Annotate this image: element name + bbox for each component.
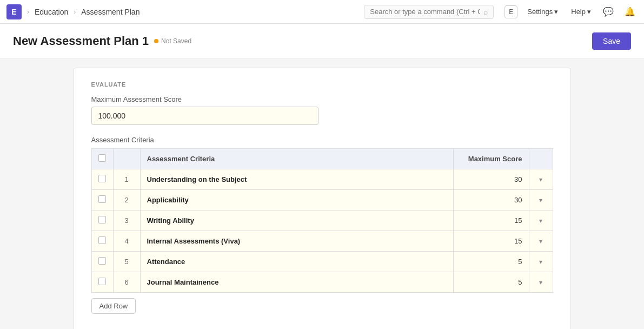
page-title: New Assessment Plan 1 Not Saved [13, 34, 191, 48]
search-input[interactable] [370, 8, 480, 16]
row-number: 6 [113, 272, 140, 293]
row-check-cell [91, 210, 113, 231]
add-row-button[interactable]: Add Row [91, 298, 136, 314]
row-action[interactable]: ▾ [529, 272, 553, 293]
row-action[interactable]: ▾ [529, 210, 553, 231]
table-row: 1 Understanding on the Subject 30 ▾ [91, 169, 553, 190]
header-action [529, 149, 553, 169]
save-button[interactable]: Save [592, 32, 631, 50]
row-action[interactable]: ▾ [529, 169, 553, 190]
row-criteria: Writing Ability [140, 210, 453, 231]
table-row: 4 Internal Assessments (Viva) 15 ▾ [91, 231, 553, 252]
row-criteria: Attendance [140, 252, 453, 272]
content-panel: EVALUATE Maximum Assessment Score Assess… [74, 68, 571, 329]
row-criteria: Journal Maintainence [140, 272, 453, 293]
breadcrumb-assessment-plan[interactable]: Assessment Plan [81, 8, 140, 16]
breadcrumb-education[interactable]: Education [35, 8, 68, 16]
row-check-cell [91, 169, 113, 190]
max-score-label: Maximum Assessment Score [91, 95, 553, 103]
row-criteria: Internal Assessments (Viva) [140, 231, 453, 252]
row-checkbox[interactable] [98, 195, 106, 203]
row-score: 15 [453, 231, 529, 252]
row-number: 4 [113, 231, 140, 252]
top-navigation: E › Education › Assessment Plan ⌕ E Sett… [0, 0, 644, 24]
help-button[interactable]: Help ▾ [568, 5, 594, 18]
table-row: 3 Writing Ability 15 ▾ [91, 210, 553, 231]
row-number: 2 [113, 190, 140, 210]
row-score: 30 [453, 190, 529, 210]
row-criteria: Understanding on the Subject [140, 169, 453, 190]
app-icon: E [6, 4, 22, 19]
nav-actions: E Settings ▾ Help ▾ 💬 🔔 [504, 4, 638, 19]
criteria-section-label: Assessment Criteria [91, 136, 553, 144]
row-dropdown-icon[interactable]: ▾ [539, 217, 542, 225]
search-icon: ⌕ [483, 8, 488, 16]
row-dropdown-icon[interactable]: ▾ [539, 279, 542, 286]
row-number: 3 [113, 210, 140, 231]
table-row: 6 Journal Maintainence 5 ▾ [91, 272, 553, 293]
row-dropdown-icon[interactable]: ▾ [539, 258, 542, 266]
search-bar[interactable]: ⌕ [364, 5, 494, 19]
evaluate-section-label: EVALUATE [91, 81, 553, 88]
unsaved-dot [154, 39, 158, 43]
settings-button[interactable]: Settings ▾ [524, 5, 561, 18]
row-dropdown-icon[interactable]: ▾ [539, 196, 542, 204]
row-check-cell [91, 190, 113, 210]
user-badge: E [504, 5, 517, 18]
row-check-cell [91, 272, 113, 293]
select-all-checkbox[interactable] [98, 154, 106, 162]
header-score: Maximum Score [453, 149, 529, 169]
table-header-row: Assessment Criteria Maximum Score [91, 149, 553, 169]
row-check-cell [91, 252, 113, 272]
header-num [113, 149, 140, 169]
row-dropdown-icon[interactable]: ▾ [539, 176, 542, 183]
row-score: 5 [453, 272, 529, 293]
table-row: 2 Applicability 30 ▾ [91, 190, 553, 210]
row-checkbox[interactable] [98, 257, 106, 265]
row-action[interactable]: ▾ [529, 252, 553, 272]
row-score: 5 [453, 252, 529, 272]
breadcrumb-chevron-1: › [27, 8, 29, 16]
row-dropdown-icon[interactable]: ▾ [539, 238, 542, 245]
row-check-cell [91, 231, 113, 252]
row-number: 1 [113, 169, 140, 190]
header-check [91, 149, 113, 169]
not-saved-badge: Not Saved [154, 37, 191, 45]
row-number: 5 [113, 252, 140, 272]
row-checkbox[interactable] [98, 216, 106, 223]
row-checkbox[interactable] [98, 175, 106, 182]
row-score: 30 [453, 169, 529, 190]
criteria-table: Assessment Criteria Maximum Score 1 Unde… [91, 148, 553, 293]
breadcrumb-chevron-2: › [74, 8, 76, 16]
notification-icon-button[interactable]: 🔔 [622, 4, 638, 19]
table-row: 5 Attendance 5 ▾ [91, 252, 553, 272]
max-score-input[interactable] [91, 107, 318, 125]
row-checkbox[interactable] [98, 236, 106, 244]
row-action[interactable]: ▾ [529, 190, 553, 210]
row-criteria: Applicability [140, 190, 453, 210]
page-header: New Assessment Plan 1 Not Saved Save [0, 24, 644, 59]
row-checkbox[interactable] [98, 278, 106, 285]
header-criteria: Assessment Criteria [140, 149, 453, 169]
row-score: 15 [453, 210, 529, 231]
chat-icon-button[interactable]: 💬 [601, 4, 616, 19]
row-action[interactable]: ▾ [529, 231, 553, 252]
content-area: EVALUATE Maximum Assessment Score Assess… [0, 59, 644, 329]
